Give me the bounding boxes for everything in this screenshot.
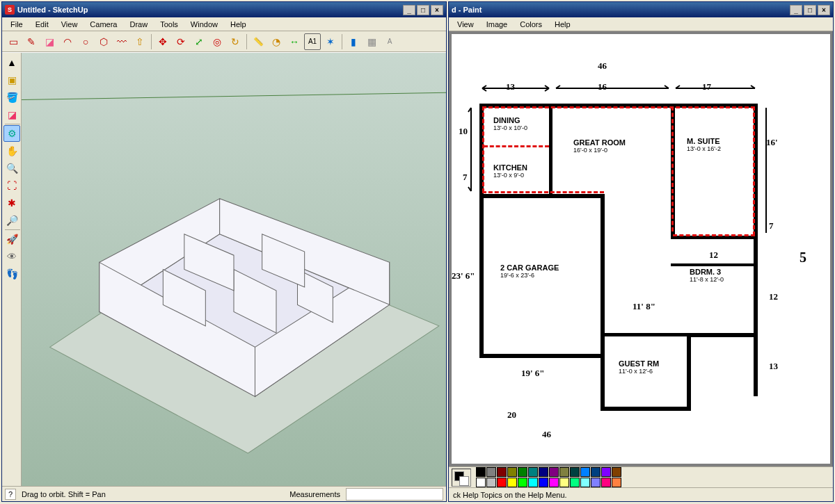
palette-swatch[interactable] [507, 467, 517, 477]
palette-swatch[interactable] [612, 467, 621, 477]
paint-minimize-button[interactable]: _ [790, 5, 802, 15]
sketchup-viewport[interactable] [22, 53, 446, 486]
menu-camera[interactable]: Camera [84, 19, 122, 30]
palette-swatch[interactable] [497, 467, 507, 477]
palette-swatch[interactable] [612, 478, 621, 487]
look-around-icon[interactable]: 👁 [3, 248, 20, 265]
section-tool-icon[interactable]: ▦ [363, 33, 380, 50]
paint-titlebar[interactable]: d - Paint _ □ × [449, 2, 833, 17]
rectangle-tool-icon[interactable]: ▭ [5, 33, 22, 50]
red-dash [484, 145, 549, 147]
pushpull-tool-icon[interactable]: ⇧ [132, 33, 148, 50]
palette-swatch[interactable] [497, 478, 507, 487]
dimension-tool-icon[interactable]: ↔ [286, 33, 303, 50]
paint-bucket-tool-icon[interactable]: 🪣 [3, 89, 20, 106]
orbit-tool-icon[interactable]: ⚙ [3, 125, 20, 142]
paint-tool-icon[interactable]: ▮ [345, 33, 362, 50]
palette-swatch[interactable] [591, 467, 601, 477]
sketchup-titlebar[interactable]: S Untitled - SketchUp _ □ × [2, 2, 446, 17]
palette-swatch[interactable] [518, 467, 527, 477]
zoom-tool-icon[interactable]: 🔍 [3, 160, 20, 177]
sketchup-window: S Untitled - SketchUp _ □ × File Edit Vi… [1, 1, 447, 502]
palette-swatch[interactable] [580, 478, 590, 487]
wall [601, 194, 605, 411]
position-camera-icon[interactable]: 🚀 [3, 231, 20, 247]
paint-close-button[interactable]: × [818, 5, 830, 15]
palette-swatch[interactable] [476, 467, 486, 477]
eraser-side-icon[interactable]: ◪ [3, 106, 20, 123]
paint-menu-colors[interactable]: Colors [514, 19, 548, 30]
offset-tool-icon[interactable]: ◎ [209, 33, 225, 50]
paint-menu-view[interactable]: View [452, 19, 479, 30]
red-dash [671, 106, 674, 231]
select-tool-icon[interactable]: ▲ [3, 54, 20, 71]
arc-tool-icon[interactable]: ◠ [59, 33, 76, 50]
palette-swatch[interactable] [601, 478, 611, 487]
scale-tool-icon[interactable]: ⤢ [191, 33, 207, 50]
paint-menu-image[interactable]: Image [481, 19, 514, 30]
maximize-button[interactable]: □ [417, 5, 429, 15]
component-tool-icon[interactable]: ▣ [3, 72, 20, 88]
palette-swatch[interactable] [570, 478, 580, 487]
rotate-tool-icon[interactable]: ⟳ [173, 33, 189, 50]
help-icon[interactable]: ? [5, 489, 16, 500]
wall [479, 194, 484, 354]
paint-menu-help[interactable]: Help [549, 19, 576, 30]
palette-swatch[interactable] [549, 467, 559, 477]
menu-draw[interactable]: Draw [124, 19, 153, 30]
walk-tool-icon[interactable]: 👣 [3, 266, 20, 282]
axes-tool-icon[interactable]: ✶ [322, 33, 339, 50]
zoom-window-icon[interactable]: ✱ [3, 195, 20, 211]
wall [601, 333, 691, 336]
line-tool-icon[interactable]: ✎ [23, 33, 40, 50]
zoom-extents-icon[interactable]: ⛶ [3, 177, 20, 194]
palette-swatch[interactable] [486, 478, 496, 487]
previous-view-icon[interactable]: 🔎 [3, 212, 20, 229]
menu-tools[interactable]: Tools [154, 19, 184, 30]
hand-dim: 19' 6" [521, 368, 545, 379]
palette-swatch[interactable] [601, 467, 611, 477]
menu-help[interactable]: Help [225, 19, 252, 30]
palette-swatch[interactable] [539, 478, 548, 487]
palette-swatch[interactable] [518, 478, 527, 487]
paint-canvas[interactable]: DINING 13'-0 x 10'-0 GREAT ROOM 16'-0 x … [452, 34, 830, 464]
pan-tool-icon[interactable]: ✋ [3, 143, 20, 159]
menu-file[interactable]: File [5, 19, 29, 30]
wall [601, 407, 691, 411]
palette-swatch[interactable] [549, 478, 559, 487]
menu-view[interactable]: View [56, 19, 84, 30]
palette-swatch[interactable] [528, 467, 538, 477]
3dtext-tool-icon[interactable]: A [381, 33, 398, 50]
move-tool-icon[interactable]: ✥ [154, 33, 171, 50]
protractor-tool-icon[interactable]: ◔ [268, 33, 285, 50]
red-dash [673, 234, 755, 236]
palette-swatch[interactable] [580, 467, 590, 477]
current-colors[interactable] [452, 469, 471, 487]
palette-swatch[interactable] [528, 478, 538, 487]
wall [687, 333, 756, 337]
eraser-tool-icon[interactable]: ◪ [41, 33, 58, 50]
freehand-tool-icon[interactable]: 〰 [113, 33, 130, 50]
palette-swatch[interactable] [591, 478, 601, 487]
circle-tool-icon[interactable]: ○ [77, 33, 94, 50]
palette-swatch[interactable] [570, 467, 580, 477]
tape-tool-icon[interactable]: 📏 [250, 33, 267, 50]
measurements-input[interactable] [346, 488, 443, 501]
palette-swatch[interactable] [539, 467, 548, 477]
palette-grid [476, 467, 621, 487]
menu-window[interactable]: Window [185, 19, 223, 30]
minimize-button[interactable]: _ [403, 5, 415, 15]
polygon-tool-icon[interactable]: ⬡ [95, 33, 112, 50]
side-separator [5, 124, 20, 124]
menu-edit[interactable]: Edit [30, 19, 54, 30]
close-button[interactable]: × [431, 5, 443, 15]
palette-swatch[interactable] [559, 478, 569, 487]
palette-swatch[interactable] [476, 478, 486, 487]
palette-swatch[interactable] [507, 478, 517, 487]
text-tool-icon[interactable]: A1 [304, 33, 321, 50]
followme-tool-icon[interactable]: ↻ [227, 33, 244, 50]
palette-swatch[interactable] [559, 467, 569, 477]
palette-swatch[interactable] [486, 467, 496, 477]
sketchup-workspace: ▲ ▣ 🪣 ◪ ⚙ ✋ 🔍 ⛶ ✱ 🔎 🚀 👁 👣 [2, 52, 446, 486]
paint-maximize-button[interactable]: □ [804, 5, 816, 15]
